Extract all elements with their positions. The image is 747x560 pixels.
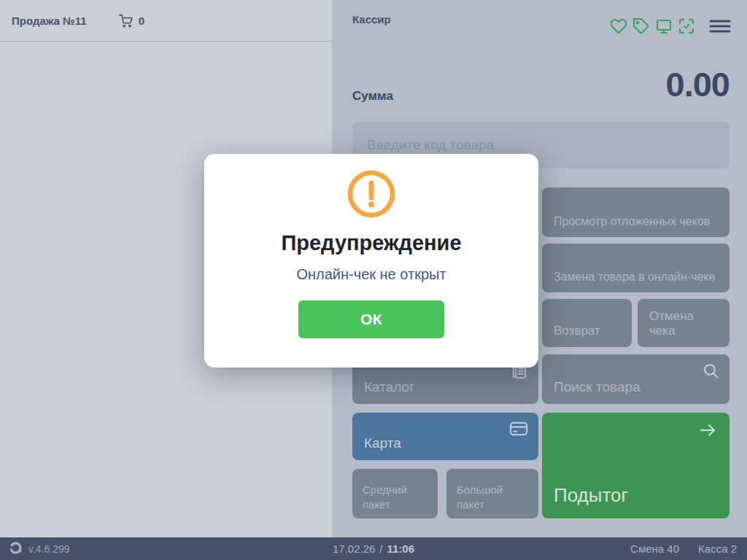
large-bag-label: Большой пакет (457, 483, 528, 511)
status-time: 11:06 (387, 542, 415, 555)
header-icons (610, 18, 731, 35)
warning-modal: Предупреждение Онлайн-чек не открыт ОК (204, 154, 538, 368)
deferred-checks-button[interactable]: Просмотр отложенных чеков (542, 187, 729, 237)
status-right: Смена 40 Касса 2 (630, 542, 737, 555)
pos-screen: Продажа №11 0 Кассир (0, 0, 747, 560)
cart-count: 0 (139, 15, 144, 27)
refund-button[interactable]: Возврат (542, 299, 632, 347)
replace-item-online-check-button[interactable]: Замена товара в онлайн-чеке (542, 244, 729, 292)
modal-title: Предупреждение (281, 231, 461, 255)
cancel-check-label: Отмена чека (649, 309, 718, 338)
warning-icon (347, 170, 395, 221)
app-version: v.4.6.299 (28, 543, 70, 555)
display-icon[interactable] (655, 18, 673, 35)
search-product-label: Поиск товара (554, 379, 640, 395)
arrow-right-icon (697, 421, 718, 444)
cashier-label: Кассир (352, 13, 391, 26)
medium-bag-label: Средний пакет (363, 483, 427, 511)
register-label: Касса 2 (698, 542, 737, 555)
card-button[interactable]: Карта (352, 413, 538, 460)
scan-check-icon[interactable] (678, 18, 695, 35)
ok-button[interactable]: ОК (298, 300, 444, 338)
replace-item-label: Замена товара в онлайн-чеке (554, 271, 715, 284)
subtotal-button[interactable]: Подытог (542, 413, 729, 518)
status-datetime: 17.02.26 / 11:06 (333, 542, 414, 555)
sale-header: Продажа №11 0 (0, 0, 332, 42)
status-separator: / (379, 542, 382, 555)
credit-card-icon (508, 420, 529, 441)
card-label: Карта (364, 435, 401, 451)
search-product-button[interactable]: Поиск товара (542, 354, 729, 404)
subtotal-label: Подытог (554, 484, 628, 507)
search-icon (702, 362, 720, 384)
status-date: 17.02.26 (333, 542, 375, 555)
heart-icon[interactable] (610, 18, 627, 35)
refund-label: Возврат (554, 324, 600, 338)
status-bar: v.4.6.299 17.02.26 / 11:06 Смена 40 Касс… (0, 537, 747, 560)
cancel-check-button[interactable]: Отмена чека (638, 299, 729, 347)
app-logo (9, 541, 23, 557)
cart-indicator: 0 (119, 14, 144, 28)
status-left: v.4.6.299 (9, 541, 70, 557)
sale-title: Продажа №11 (12, 15, 87, 27)
deferred-checks-label: Просмотр отложенных чеков (554, 215, 710, 228)
large-bag-button[interactable]: Большой пакет (446, 469, 538, 518)
menu-icon[interactable] (709, 18, 731, 34)
medium-bag-button[interactable]: Средний пакет (352, 469, 438, 518)
tag-icon[interactable] (632, 18, 650, 35)
sum-value: 0.00 (666, 64, 729, 104)
cart-icon (119, 14, 133, 28)
catalog-label: Каталог (364, 379, 414, 395)
modal-message: Онлайн-чек не открыт (296, 266, 446, 283)
sum-label: Сумма (352, 89, 393, 104)
shift-label: Смена 40 (630, 542, 679, 555)
